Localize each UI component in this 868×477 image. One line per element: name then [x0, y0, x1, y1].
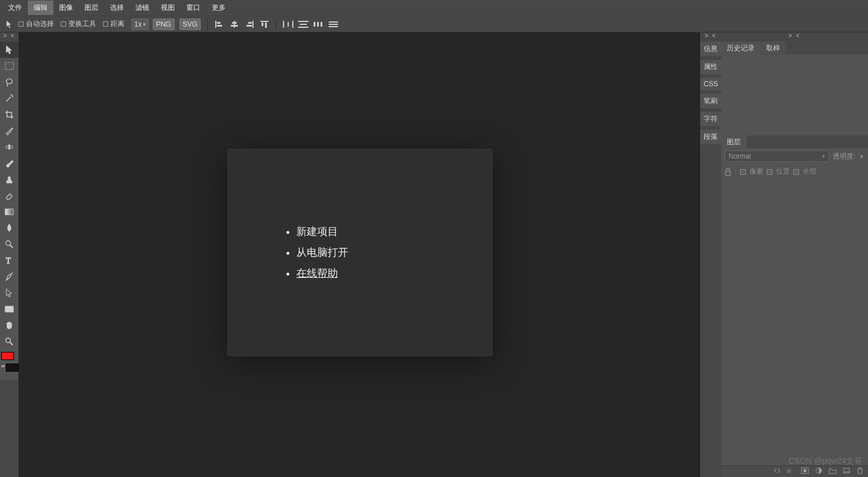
- distribute-spacing-h-icon[interactable]: [312, 19, 324, 30]
- menu-window[interactable]: 窗口: [181, 1, 206, 15]
- blend-mode-select[interactable]: Normal: [724, 151, 829, 162]
- panel-brush-tab[interactable]: 笔刷: [700, 94, 721, 108]
- panel-info-tab[interactable]: 信息: [700, 42, 721, 56]
- history-panel: 历史记录 取样: [721, 42, 868, 135]
- menu-layer[interactable]: 图层: [79, 1, 104, 15]
- lock-all-label: 全部: [803, 167, 816, 177]
- export-svg-button[interactable]: SVG: [179, 19, 201, 30]
- transform-checkbox[interactable]: [61, 21, 66, 27]
- gradient-tool[interactable]: [0, 204, 19, 220]
- pixel-ratio-select[interactable]: 1x: [131, 19, 149, 30]
- lasso-tool[interactable]: [0, 74, 19, 90]
- lock-all-checkbox[interactable]: [793, 169, 799, 175]
- svg-text:T: T: [6, 256, 11, 265]
- shape-tool[interactable]: [0, 301, 19, 317]
- distance-label: 距离: [111, 19, 124, 29]
- brush-tool[interactable]: [0, 155, 19, 171]
- adjust-layer-icon[interactable]: [815, 467, 823, 476]
- path-select-tool[interactable]: [0, 285, 19, 301]
- zoom-tool[interactable]: [0, 333, 19, 350]
- svg-rect-24: [5, 63, 13, 69]
- svg-rect-21: [329, 21, 338, 23]
- hand-tool[interactable]: [0, 317, 19, 333]
- align-hcenter-icon[interactable]: [229, 19, 240, 30]
- panel2-collapser[interactable]: > <: [721, 32, 868, 42]
- layers-footer: fx: [721, 465, 868, 477]
- watermark: CSDN @pqw24文哥: [789, 456, 862, 467]
- export-png-button[interactable]: PNG: [153, 19, 175, 30]
- svg-rect-18: [314, 22, 315, 27]
- svg-rect-26: [5, 209, 13, 215]
- svg-rect-17: [298, 27, 308, 28]
- menu-edit[interactable]: 编辑: [28, 1, 53, 15]
- distance-checkbox[interactable]: [103, 21, 108, 27]
- layer-mask-icon[interactable]: [801, 467, 809, 476]
- healing-tool[interactable]: [0, 139, 19, 155]
- opacity-slider-toggle[interactable]: ▼: [859, 153, 865, 160]
- svg-rect-19: [317, 22, 319, 27]
- eyedropper-tool[interactable]: [0, 123, 19, 139]
- new-folder-icon[interactable]: [829, 467, 837, 476]
- magic-wand-tool[interactable]: [0, 90, 19, 107]
- svg-rect-4: [232, 22, 237, 24]
- panel-attrs-tab[interactable]: 属性: [700, 60, 721, 74]
- align-top-icon[interactable]: [259, 19, 270, 30]
- color-swatches[interactable]: [1, 352, 17, 362]
- menu-image[interactable]: 图像: [53, 1, 79, 15]
- right-panels: > < 信息 属性 CSS 笔刷 字符 段落 > < 历史记录 取样 图层 No…: [700, 32, 868, 477]
- background-color[interactable]: [6, 364, 19, 372]
- tab-history[interactable]: 历史记录: [721, 42, 760, 55]
- auto-select-checkbox[interactable]: [19, 21, 24, 27]
- delete-layer-icon[interactable]: [856, 467, 863, 476]
- align-right-icon[interactable]: [244, 19, 255, 30]
- marquee-tool[interactable]: [0, 58, 19, 74]
- svg-rect-11: [265, 23, 267, 28]
- panel-char-tab[interactable]: 字符: [700, 112, 721, 126]
- link-layers-icon[interactable]: [773, 467, 781, 476]
- welcome-card: 新建项目 从电脑打开 在线帮助: [227, 148, 493, 357]
- clone-stamp-tool[interactable]: [0, 171, 19, 188]
- svg-rect-7: [248, 22, 252, 24]
- welcome-open-from-computer[interactable]: 从电脑打开: [296, 242, 348, 263]
- tab-sample[interactable]: 取样: [760, 42, 786, 55]
- lock-position-label: 位置: [776, 167, 790, 177]
- menu-select[interactable]: 选择: [104, 1, 130, 15]
- welcome-new-project[interactable]: 新建项目: [296, 221, 348, 242]
- menu-file[interactable]: 文件: [2, 1, 28, 15]
- svg-rect-13: [288, 22, 289, 27]
- align-left-icon[interactable]: [214, 19, 225, 30]
- canvas-area: 新建项目 从电脑打开 在线帮助: [19, 32, 700, 477]
- lock-pixels-checkbox[interactable]: [740, 169, 746, 175]
- move-tool-icon: [3, 19, 15, 30]
- lock-position-checkbox[interactable]: [767, 169, 773, 175]
- panel-css-tab[interactable]: CSS: [700, 78, 721, 90]
- distribute-spacing-v-icon[interactable]: [328, 19, 339, 30]
- blur-tool[interactable]: [0, 220, 19, 236]
- toolbox-collapser[interactable]: > <: [0, 32, 19, 42]
- menu-more[interactable]: 更多: [206, 1, 231, 15]
- move-tool[interactable]: [0, 42, 19, 58]
- layer-fx-icon[interactable]: fx: [787, 467, 795, 476]
- foreground-color[interactable]: [1, 352, 14, 360]
- svg-point-27: [6, 241, 10, 245]
- distribute-v-icon[interactable]: [297, 19, 309, 30]
- distribute-h-icon[interactable]: [282, 19, 294, 30]
- svg-rect-12: [283, 21, 284, 28]
- menu-filter[interactable]: 滤镜: [130, 1, 155, 15]
- menu-view[interactable]: 视图: [155, 1, 181, 15]
- crop-tool[interactable]: [0, 107, 19, 123]
- tab-layers[interactable]: 图层: [721, 135, 746, 149]
- swap-colors-icon[interactable]: ⇄: [1, 364, 5, 369]
- welcome-online-help[interactable]: 在线帮助: [296, 263, 348, 284]
- type-tool[interactable]: T: [0, 252, 19, 269]
- options-bar: 自动选择 变换工具 距离 1x PNG SVG: [0, 16, 868, 32]
- new-layer-icon[interactable]: [843, 467, 851, 476]
- pen-tool[interactable]: [0, 269, 19, 285]
- panel-paragraph-tab[interactable]: 段落: [700, 130, 721, 144]
- opacity-label: 透明度:: [833, 152, 855, 162]
- svg-rect-3: [234, 21, 235, 28]
- dodge-tool[interactable]: [0, 236, 19, 252]
- panel1-collapser[interactable]: > <: [700, 32, 721, 42]
- svg-point-30: [6, 338, 10, 343]
- eraser-tool[interactable]: [0, 188, 19, 204]
